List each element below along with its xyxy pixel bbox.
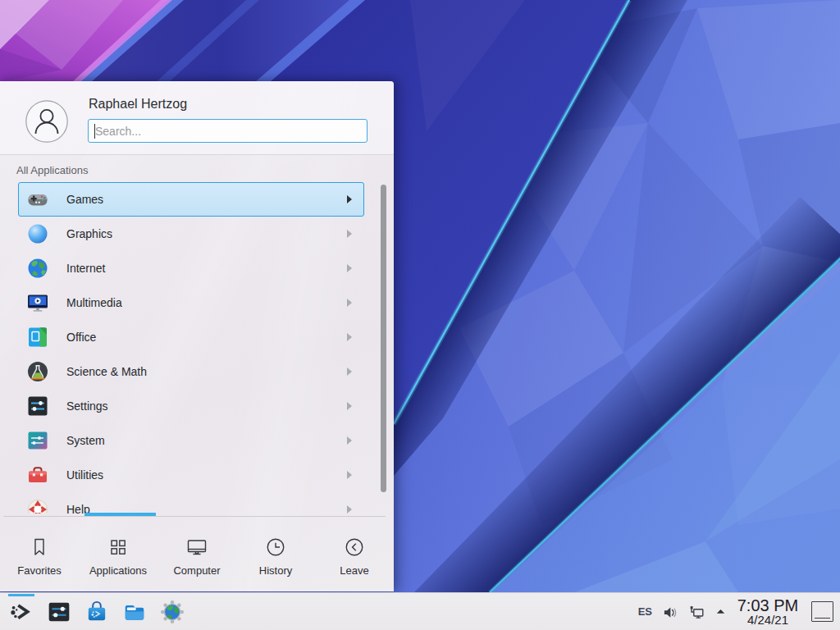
- system-icon: [26, 429, 49, 452]
- category-label: Science & Math: [66, 365, 147, 378]
- taskbar-launchers: [0, 593, 187, 630]
- tab-label: Applications: [89, 564, 147, 577]
- discover-store-icon: [84, 600, 109, 624]
- science-icon: [26, 360, 49, 383]
- category-settings[interactable]: Settings: [18, 389, 364, 423]
- internet-icon: [26, 257, 49, 280]
- volume-icon[interactable]: [661, 603, 678, 620]
- category-label: Multimedia: [66, 296, 122, 309]
- chevron-right-icon: [346, 194, 353, 204]
- computer-icon: [185, 535, 209, 559]
- category-label: Office: [66, 331, 96, 344]
- launcher-header: Raphael Hertzog: [0, 81, 394, 155]
- category-utilities[interactable]: Utilities: [18, 458, 364, 492]
- scrollbar-thumb[interactable]: [381, 185, 386, 492]
- category-graphics[interactable]: Graphics: [18, 217, 364, 251]
- chevron-right-icon: [346, 229, 353, 239]
- tab-applications[interactable]: Applications: [79, 517, 158, 591]
- system-settings-icon: [47, 600, 71, 624]
- tray-icons-slot: [661, 603, 727, 621]
- help-icon: [26, 498, 49, 514]
- chevron-right-icon: [346, 504, 353, 514]
- user-avatar[interactable]: [25, 100, 68, 143]
- search-field: [88, 119, 368, 143]
- tab-favorites[interactable]: Favorites: [0, 517, 79, 591]
- text-caret: [94, 124, 95, 139]
- category-system[interactable]: System: [18, 423, 364, 458]
- category-label: Internet: [66, 262, 105, 275]
- web-globe-icon: [160, 600, 185, 624]
- applications-icon: [106, 535, 130, 559]
- chevron-right-icon: [346, 401, 353, 411]
- taskbar-discover-store-button[interactable]: [82, 593, 112, 630]
- system-tray: ES 7:03 PM 4/24/21: [638, 597, 840, 627]
- category-help[interactable]: Help: [18, 492, 364, 514]
- clock-date: 4/24/21: [736, 614, 800, 626]
- category-multimedia[interactable]: Multimedia: [18, 285, 364, 320]
- tab-computer[interactable]: Computer: [158, 517, 236, 591]
- chevron-right-icon: [346, 298, 353, 308]
- settings-icon: [26, 395, 49, 418]
- tab-label: History: [259, 564, 292, 577]
- category-games[interactable]: Games: [18, 182, 364, 217]
- search-input[interactable]: [89, 120, 367, 142]
- digital-clock[interactable]: 7:03 PM 4/24/21: [736, 597, 800, 627]
- taskbar-panel: ES 7:03 PM 4/24/21: [0, 592, 840, 630]
- user-name: Raphael Hertzog: [89, 97, 187, 112]
- category-office[interactable]: Office: [18, 320, 364, 354]
- taskbar-system-settings-button[interactable]: [44, 593, 74, 630]
- category-label: Games: [66, 193, 103, 206]
- tab-label: Computer: [173, 564, 220, 577]
- category-label: Graphics: [66, 227, 112, 240]
- taskbar-web-globe-button[interactable]: [158, 593, 187, 630]
- leave-icon: [342, 535, 367, 559]
- games-icon: [26, 188, 49, 211]
- application-launcher-menu: Raphael Hertzog All Applications GamesGr…: [0, 81, 394, 591]
- expand-tray-icon[interactable]: [714, 605, 727, 618]
- favorites-icon: [27, 535, 52, 559]
- chevron-right-icon: [346, 332, 353, 342]
- utilities-icon: [26, 463, 49, 486]
- multimedia-icon: [26, 291, 49, 314]
- keyboard-layout-indicator[interactable]: ES: [638, 605, 652, 618]
- application-launcher-icon: [9, 600, 34, 624]
- file-manager-icon: [122, 600, 147, 624]
- section-label: All Applications: [16, 164, 88, 176]
- category-internet[interactable]: Internet: [18, 251, 364, 285]
- tab-leave[interactable]: Leave: [315, 517, 394, 591]
- chevron-right-icon: [346, 263, 353, 273]
- category-label: Settings: [66, 399, 108, 413]
- office-icon: [26, 326, 49, 349]
- taskbar-file-manager-button[interactable]: [120, 593, 149, 630]
- tab-label: Leave: [340, 564, 368, 577]
- taskbar-application-launcher-button[interactable]: [7, 593, 36, 630]
- category-list: GamesGraphicsInternetMultimediaOfficeSci…: [18, 182, 364, 514]
- clock-time: 7:03 PM: [736, 597, 800, 614]
- category-label: System: [66, 434, 105, 447]
- chevron-right-icon: [346, 436, 353, 445]
- chevron-right-icon: [346, 367, 353, 377]
- category-science-math[interactable]: Science & Math: [18, 354, 364, 389]
- tab-history[interactable]: History: [236, 517, 315, 591]
- show-desktop-button[interactable]: [811, 601, 833, 622]
- category-label: Utilities: [66, 468, 103, 482]
- network-icon[interactable]: [687, 603, 705, 621]
- graphics-icon: [26, 222, 49, 245]
- launcher-tabs: FavoritesApplicationsComputerHistoryLeav…: [0, 517, 394, 591]
- tab-label: Favorites: [17, 564, 61, 577]
- history-icon: [263, 535, 288, 559]
- chevron-right-icon: [346, 470, 353, 480]
